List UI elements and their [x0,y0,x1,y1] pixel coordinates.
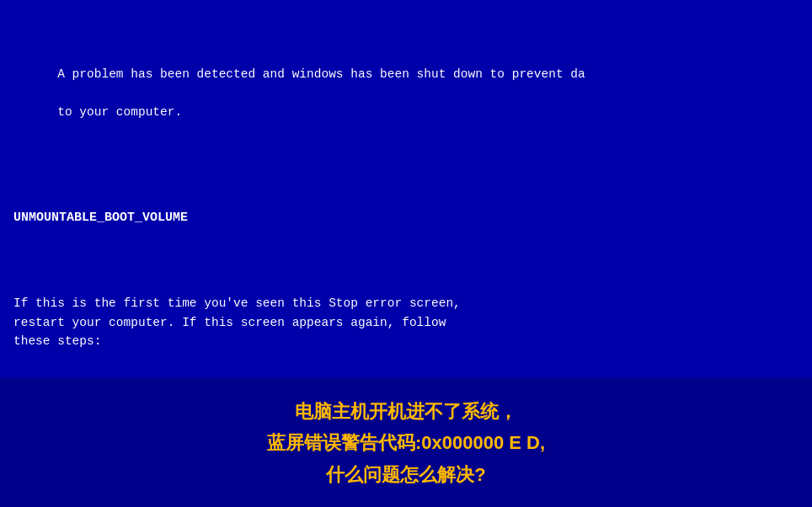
line-damage: A problem has been detected and windows … [13,46,799,141]
bsod-screen: A problem has been detected and windows … [0,0,812,507]
chinese-annotation-box: 电脑主机开机进不了系统， 蓝屏错误警告代码:0x000000 E D, 什么问题… [0,377,812,507]
chinese-line-3: 什么问题怎么解决? [8,459,804,490]
error-code-line: UNMOUNTABLE_BOOT_VOLUME [13,208,799,227]
chinese-line-1: 电脑主机开机进不了系统， [8,396,804,427]
chinese-question-text: 电脑主机开机进不了系统， 蓝屏错误警告代码:0x000000 E D, 什么问题… [8,396,804,490]
chinese-line-2: 蓝屏错误警告代码:0x000000 E D, [8,427,804,458]
para-first-time: If this is the first time you've seen th… [13,294,799,350]
